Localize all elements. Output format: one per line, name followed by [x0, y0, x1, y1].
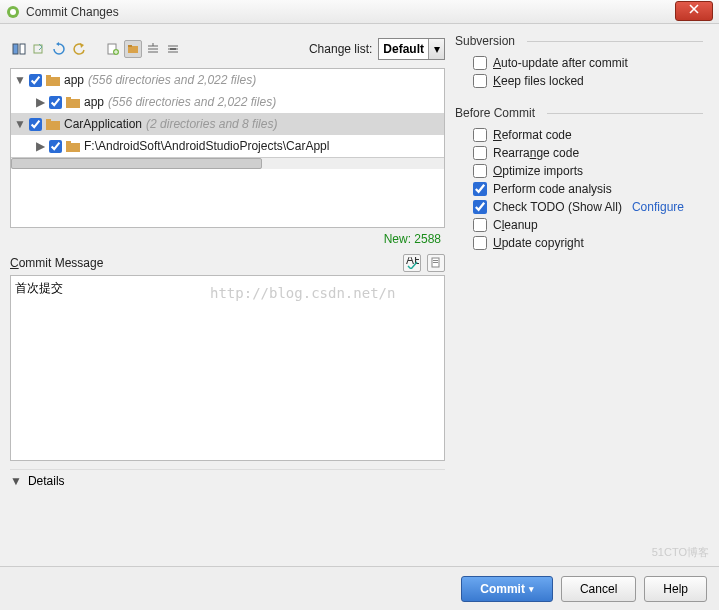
tree-item-info: (556 directories and 2,022 files)	[108, 95, 276, 109]
folder-icon	[46, 118, 60, 130]
tree-row[interactable]: ▼app(556 directories and 2,022 files)	[11, 69, 444, 91]
commit-button[interactable]: Commit▾	[461, 576, 553, 602]
tree-arrow-icon[interactable]: ▼	[15, 73, 25, 87]
horizontal-scrollbar[interactable]	[11, 157, 444, 169]
chevron-down-icon[interactable]: ▾	[428, 39, 444, 59]
svg-rect-20	[433, 262, 438, 263]
toolbar: Change list: Default ▾	[10, 34, 445, 64]
folder-icon	[66, 96, 80, 108]
svg-text:ABC: ABC	[406, 257, 419, 267]
tree-arrow-icon[interactable]: ▶	[35, 139, 45, 153]
tree-checkbox[interactable]	[49, 140, 62, 153]
commit-message-input[interactable]	[10, 275, 445, 461]
folder-icon	[66, 140, 80, 152]
tree-item-label: app	[64, 73, 84, 87]
rearrange-label: Rearrange code	[493, 146, 579, 160]
svg-rect-9	[46, 77, 60, 86]
spellcheck-icon[interactable]: ABC	[403, 254, 421, 272]
svg-point-1	[10, 9, 16, 15]
move-changelist-icon[interactable]	[30, 40, 48, 58]
tree-row[interactable]: ▶F:\AndroidSoft\AndroidStudioProjects\Ca…	[11, 135, 444, 157]
cancel-button[interactable]: Cancel	[561, 576, 636, 602]
change-list-select[interactable]: Default ▾	[378, 38, 445, 60]
keep-locked-label: Keep files locked	[493, 74, 584, 88]
revert-icon[interactable]	[70, 40, 88, 58]
tree-item-path: F:\AndroidSoft\AndroidStudioProjects\Car…	[84, 139, 329, 153]
new-changelist-icon[interactable]	[104, 40, 122, 58]
cleanup-label: Cleanup	[493, 218, 538, 232]
svg-rect-7	[128, 46, 138, 53]
new-files-count: New: 2588	[10, 232, 441, 246]
svg-rect-15	[66, 143, 80, 152]
tree-checkbox[interactable]	[29, 118, 42, 131]
before-commit-section-label: Before Commit	[455, 106, 703, 120]
auto-update-label: Auto-update after commit	[493, 56, 628, 70]
chevron-down-icon[interactable]: ▼	[10, 474, 22, 488]
titlebar: Commit Changes	[0, 0, 719, 24]
keep-locked-checkbox[interactable]	[473, 74, 487, 88]
tree-row[interactable]: ▼CarApplication(2 directories and 8 file…	[11, 113, 444, 135]
tree-arrow-icon[interactable]: ▼	[15, 117, 25, 131]
optimize-label: Optimize imports	[493, 164, 583, 178]
tree-item-label: app	[84, 95, 104, 109]
todo-checkbox[interactable]	[473, 200, 487, 214]
svg-rect-10	[46, 75, 51, 78]
change-list-value: Default	[379, 42, 428, 56]
file-tree: ▼app(556 directories and 2,022 files)▶ap…	[10, 68, 445, 228]
svg-rect-14	[46, 119, 51, 122]
subversion-section-label: Subversion	[455, 34, 703, 48]
footer: Commit▾ Cancel Help	[0, 566, 719, 610]
reformat-label: Reformat code	[493, 128, 572, 142]
copyright-label: Update copyright	[493, 236, 584, 250]
svg-rect-8	[128, 45, 132, 47]
tree-row[interactable]: ▶app(556 directories and 2,022 files)	[11, 91, 444, 113]
close-button[interactable]	[675, 1, 713, 21]
app-icon	[6, 5, 20, 19]
optimize-checkbox[interactable]	[473, 164, 487, 178]
tree-item-info: (2 directories and 8 files)	[146, 117, 277, 131]
svg-rect-3	[20, 44, 25, 54]
svg-rect-13	[46, 121, 60, 130]
details-label: Details	[28, 474, 65, 488]
tree-item-label: CarApplication	[64, 117, 142, 131]
analysis-checkbox[interactable]	[473, 182, 487, 196]
rearrange-checkbox[interactable]	[473, 146, 487, 160]
svg-rect-16	[66, 141, 71, 144]
show-diff-icon[interactable]	[10, 40, 28, 58]
svg-rect-19	[433, 260, 438, 261]
expand-all-icon[interactable]	[144, 40, 162, 58]
svg-rect-2	[13, 44, 18, 54]
reformat-checkbox[interactable]	[473, 128, 487, 142]
tree-arrow-icon[interactable]: ▶	[35, 95, 45, 109]
window-title: Commit Changes	[26, 5, 675, 19]
cleanup-checkbox[interactable]	[473, 218, 487, 232]
tree-checkbox[interactable]	[29, 74, 42, 87]
history-icon[interactable]	[427, 254, 445, 272]
folder-icon	[46, 74, 60, 86]
collapse-all-icon[interactable]	[164, 40, 182, 58]
svg-rect-12	[66, 97, 71, 100]
tree-item-info: (556 directories and 2,022 files)	[88, 73, 256, 87]
group-by-directory-icon[interactable]	[124, 40, 142, 58]
refresh-icon[interactable]	[50, 40, 68, 58]
commit-message-label: Commit Message	[10, 256, 103, 270]
svg-rect-11	[66, 99, 80, 108]
todo-label: Check TODO (Show All)	[493, 200, 622, 214]
details-section[interactable]: ▼ Details	[10, 469, 445, 492]
change-list-label: Change list:	[309, 42, 372, 56]
analysis-label: Perform code analysis	[493, 182, 612, 196]
tree-checkbox[interactable]	[49, 96, 62, 109]
auto-update-checkbox[interactable]	[473, 56, 487, 70]
help-button[interactable]: Help	[644, 576, 707, 602]
configure-link[interactable]: Configure	[632, 200, 684, 214]
copyright-checkbox[interactable]	[473, 236, 487, 250]
